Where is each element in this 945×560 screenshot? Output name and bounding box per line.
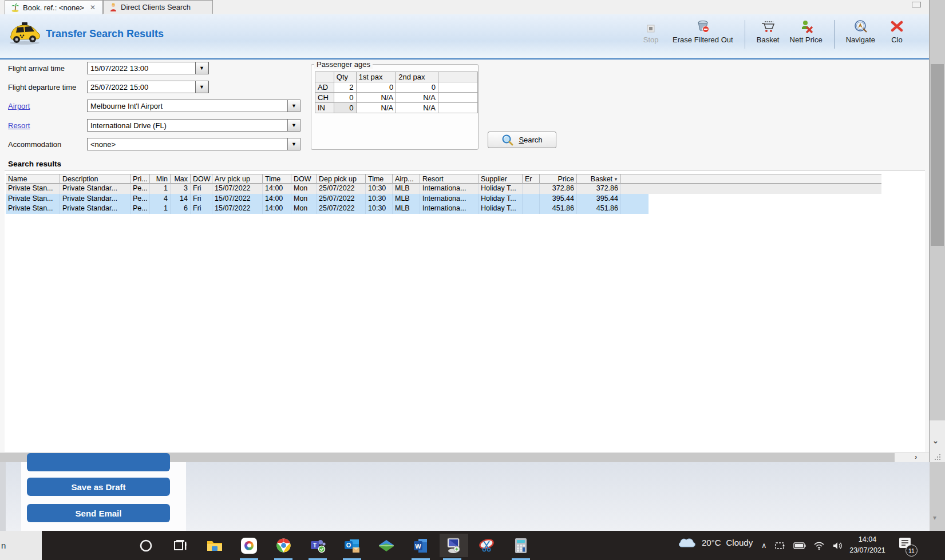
results-cell[interactable] xyxy=(523,184,540,194)
teams-icon[interactable]: T xyxy=(305,534,330,557)
results-column-header[interactable]: Resort xyxy=(420,174,479,184)
results-cell[interactable]: 10:30 xyxy=(366,194,393,204)
vertical-scrollbar-thumb[interactable] xyxy=(931,64,944,246)
chevron-down-icon[interactable]: ▼ xyxy=(287,120,300,131)
results-cell[interactable]: 372.86 xyxy=(577,184,621,194)
airport-combo[interactable]: Melbourne Int'l Airport▼ xyxy=(87,100,300,112)
chevron-down-icon[interactable]: ▼ xyxy=(287,138,300,150)
cast-screen-icon[interactable] xyxy=(774,541,786,550)
results-cell[interactable]: 15/07/2022 xyxy=(212,184,263,194)
webpage-partial-button[interactable] xyxy=(27,453,170,471)
results-cell[interactable]: Private Standar... xyxy=(60,194,131,204)
app-tile-icon[interactable] xyxy=(236,534,262,557)
window-minimize-button[interactable] xyxy=(912,2,921,7)
results-cell[interactable]: 15/07/2022 xyxy=(212,194,263,204)
results-column-header[interactable]: Er xyxy=(523,174,540,184)
results-cell[interactable]: Private Stan... xyxy=(6,184,60,194)
results-cell[interactable]: 14:00 xyxy=(263,194,291,204)
results-cell[interactable]: Mon xyxy=(291,204,317,214)
tab-book-ref[interactable]: Book. ref.: <none> ✕ xyxy=(5,0,103,14)
accommodation-combo[interactable]: <none>▼ xyxy=(87,138,300,150)
results-cell[interactable]: Private Standar... xyxy=(60,184,131,194)
flight-arrival-time-combo[interactable]: 15/07/2022 13:00▼ xyxy=(87,62,209,74)
results-cell[interactable] xyxy=(523,194,540,204)
send-email-button[interactable]: Send Email xyxy=(27,504,170,522)
results-row[interactable]: Private Stan...Private Standar...Pe...16… xyxy=(6,204,881,214)
results-cell[interactable]: 1 xyxy=(150,204,171,214)
pax-2nd-cell[interactable]: N/A xyxy=(396,93,438,103)
results-cell[interactable]: MLB xyxy=(393,184,420,194)
tray-chevron-icon[interactable]: ∧ xyxy=(761,541,767,550)
wifi-icon[interactable] xyxy=(813,541,825,550)
basket-button[interactable]: Basket xyxy=(757,19,780,44)
file-explorer-icon[interactable] xyxy=(202,534,227,557)
results-column-header[interactable]: Dep pick up xyxy=(317,174,366,184)
notification-center-icon[interactable]: 11 xyxy=(897,537,912,553)
results-cell[interactable]: Holiday T... xyxy=(479,194,523,204)
layers-diamond-icon[interactable] xyxy=(374,534,399,557)
pax-qty-cell[interactable]: 0 xyxy=(334,103,356,113)
chevron-down-icon[interactable]: ▼ xyxy=(195,62,208,74)
results-cell[interactable]: 25/07/2022 xyxy=(317,184,366,194)
word-icon[interactable]: W xyxy=(408,534,433,557)
results-cell[interactable]: Mon xyxy=(291,184,317,194)
chrome-icon[interactable] xyxy=(271,534,296,557)
battery-icon[interactable] xyxy=(793,542,806,550)
pax-2nd-cell[interactable]: 0 xyxy=(396,82,438,93)
vertical-scrollbar[interactable]: ⌄ ▾ xyxy=(930,0,945,531)
results-cell[interactable]: 451.86 xyxy=(540,204,577,214)
results-cell[interactable]: 14:00 xyxy=(263,184,291,194)
task-view-icon[interactable] xyxy=(168,534,193,557)
results-cell[interactable]: Fri xyxy=(191,204,212,214)
taskbar-search-remnant[interactable]: n xyxy=(0,531,42,560)
results-cell[interactable]: Fri xyxy=(191,194,212,204)
results-cell[interactable]: Internationa... xyxy=(420,184,479,194)
airport-link[interactable]: Airport xyxy=(8,102,30,110)
results-cell[interactable]: Internationa... xyxy=(420,194,479,204)
scroll-down-chevron-icon[interactable]: ⌄ xyxy=(932,436,939,445)
results-column-header[interactable]: Supplier xyxy=(479,174,523,184)
pax-1st-cell[interactable]: N/A xyxy=(356,93,396,103)
results-cell[interactable]: 15/07/2022 xyxy=(212,204,263,214)
cortana-icon[interactable] xyxy=(133,534,159,557)
results-column-header[interactable]: DOW xyxy=(191,174,212,184)
results-row[interactable]: Private Stan...Private Standar...Pe...13… xyxy=(6,184,881,194)
tab-close-icon[interactable]: ✕ xyxy=(90,3,96,11)
results-cell[interactable]: 6 xyxy=(171,204,191,214)
results-cell[interactable]: Pe... xyxy=(131,194,150,204)
results-column-header[interactable]: Arv pick up xyxy=(212,174,263,184)
results-cell[interactable]: 372.86 xyxy=(540,184,577,194)
results-cell[interactable]: Holiday T... xyxy=(479,184,523,194)
results-cell[interactable]: 395.44 xyxy=(540,194,577,204)
remote-desktop-icon[interactable] xyxy=(440,534,468,557)
results-cell[interactable]: 451.86 xyxy=(577,204,621,214)
pax-qty-cell[interactable]: 0 xyxy=(334,93,356,103)
results-cell[interactable]: 14:00 xyxy=(263,204,291,214)
results-cell[interactable]: 25/07/2022 xyxy=(317,194,366,204)
tab-direct-clients-search[interactable]: Direct Clients Search xyxy=(103,0,213,14)
navigate-button[interactable]: Navigate xyxy=(846,19,875,44)
chevron-down-icon[interactable]: ▼ xyxy=(195,81,208,93)
results-column-header[interactable]: Time xyxy=(263,174,291,184)
close-button[interactable]: Clo xyxy=(885,19,908,44)
results-column-header[interactable]: DOW xyxy=(291,174,317,184)
weather-widget[interactable]: 20°C Cloudy xyxy=(677,535,753,549)
results-column-header[interactable]: Min xyxy=(150,174,171,184)
nett-price-button[interactable]: Nett Price xyxy=(790,19,823,44)
results-cell[interactable]: 10:30 xyxy=(366,204,393,214)
stop-button[interactable]: Stop xyxy=(639,19,662,44)
taskbar-clock[interactable]: 14:04 23/07/2021 xyxy=(846,534,889,556)
results-cell[interactable]: 4 xyxy=(150,194,171,204)
search-button[interactable]: Search xyxy=(488,132,556,148)
results-cell[interactable]: MLB xyxy=(393,194,420,204)
results-cell[interactable]: 1 xyxy=(150,184,171,194)
speaker-icon[interactable] xyxy=(832,541,844,550)
results-cell[interactable]: Private Standar... xyxy=(60,204,131,214)
resort-combo[interactable]: International Drive (FL)▼ xyxy=(87,119,300,132)
flight-departure-time-combo[interactable]: 25/07/2022 15:00▼ xyxy=(87,81,209,93)
pax-1st-cell[interactable]: 0 xyxy=(356,82,396,93)
results-column-header[interactable]: Max xyxy=(171,174,191,184)
outlook-icon[interactable]: O xyxy=(339,534,365,557)
results-cell[interactable]: 3 xyxy=(171,184,191,194)
results-cell[interactable]: 25/07/2022 xyxy=(317,204,366,214)
